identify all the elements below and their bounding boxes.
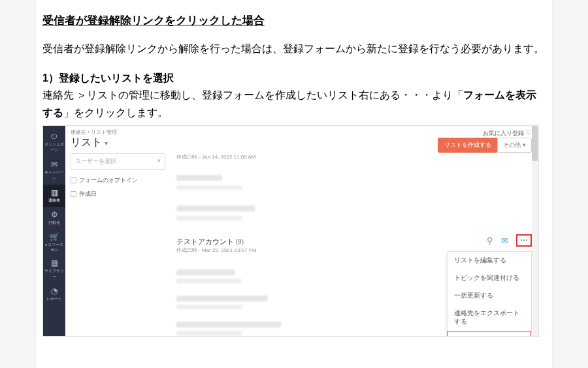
nav-sidebar: ⏲ダッシュボード✉キャンペーン▥連絡先⚙自動化🛒eコマース BCI▦ライブラリー… [43,126,65,336]
scrollbar-thumb[interactable] [532,126,538,161]
dropdown-item[interactable]: フォームを表示する [448,331,531,337]
filter-panel: ユーザーを選択 フォームのオプトイン 作成日 [71,153,165,204]
nav-icon: ◔ [43,287,65,295]
nav-item-5[interactable]: ▦ライブラリー [43,255,65,283]
nav-item-0[interactable]: ⏲ダッシュボード [43,129,65,157]
dropdown-item[interactable]: リストを編集する [448,252,531,269]
section-description: 受信者が登録解除リンクから解除を行った場合は、登録フォームから新たに登録を行なう… [42,40,546,57]
nav-icon: ▥ [43,189,65,196]
list-row: 作成日時 - Jan 14, 2022 11:09 AM [176,153,532,171]
nav-label: レポート [46,297,62,301]
page-title: リスト▾ [71,136,108,149]
heart-icon: ♡ [525,129,532,136]
step-title: 1）登録したいリストを選択 [42,72,546,85]
nav-label: eコマース BCI [45,243,63,252]
app-screenshot: ⏲ダッシュボード✉キャンペーン▥連絡先⚙自動化🛒eコマース BCI▦ライブラリー… [42,125,539,337]
nav-item-6[interactable]: ◔レポート [43,283,65,305]
nav-label: ダッシュボード [44,142,64,152]
filter-optin-checkbox[interactable]: フォームのオプトイン [71,176,165,185]
create-list-button[interactable]: リストを作成する [438,138,498,153]
dropdown-item[interactable]: 一括更新する [448,287,531,305]
breadcrumb: 連絡先 › リスト管理 [71,129,117,136]
nav-label: 自動化 [48,221,60,224]
nav-icon: ⚙ [43,211,65,219]
row-actions-dropdown: リストを編集するトピックを関連付ける一括更新する連絡先をエクスポートするフォーム… [447,251,532,337]
step-description: 連絡先 ＞リストの管理に移動し、登録フォームを作成したいリスト右にある・・・より… [42,87,546,121]
nav-icon: ✉ [43,161,65,168]
more-actions-button[interactable]: ⋯ [516,234,532,247]
dropdown-item[interactable]: 連絡先をエクスポートする [448,305,531,331]
other-button[interactable]: その他 ▾ [497,138,532,153]
dropdown-item[interactable]: トピックを関連付ける [448,269,531,287]
user-select[interactable]: ユーザーを選択 [71,153,165,170]
nav-icon: ▦ [43,259,65,267]
list-row-count: (9) [236,238,244,245]
list-row-test-account[interactable]: テストアカウント (9) 作成日時 - Mar 29, 2021 03:07 P… [176,230,532,254]
filter-created-checkbox[interactable]: 作成日 [71,190,165,198]
step-desc-text-2: 」をクリックします。 [63,107,168,118]
mail-icon[interactable]: ✉ [501,236,508,245]
nav-icon: 🛒 [43,233,65,241]
nav-label: 連絡先 [48,198,60,202]
main-area: 連絡先 › リスト管理 リスト▾ お気に入り登録♡ リストを作成する その他 ▾… [65,126,538,336]
chevron-down-icon: ▾ [523,142,526,148]
nav-item-3[interactable]: ⚙自動化 [43,207,65,229]
nav-label: キャンペーン [44,170,64,180]
list-row-date: 作成日時 - Jan 14, 2022 11:09 AM [176,153,532,161]
nav-item-4[interactable]: 🛒eコマース BCI [43,229,65,255]
section-title: 受信者が登録解除リンクをクリックした場合 [42,13,546,28]
list-row-name: テストアカウント [176,238,234,245]
nav-label: ライブラリー [44,269,64,279]
list-area: 作成日時 - Jan 14, 2022 11:09 AM テストアカウント (9… [176,153,532,336]
step-desc-text-1: 連絡先 ＞リストの管理に移動し、登録フォームを作成したいリスト右にある・・・より… [42,89,463,100]
nav-icon: ⏲ [43,132,65,140]
contacts-icon[interactable]: ⚲ [487,236,493,245]
nav-item-2[interactable]: ▥連絡先 [43,185,65,207]
chevron-down-icon[interactable]: ▾ [105,140,108,147]
nav-item-1[interactable]: ✉キャンペーン [43,157,65,185]
favorites-toggle[interactable]: お気に入り登録♡ [483,129,532,138]
